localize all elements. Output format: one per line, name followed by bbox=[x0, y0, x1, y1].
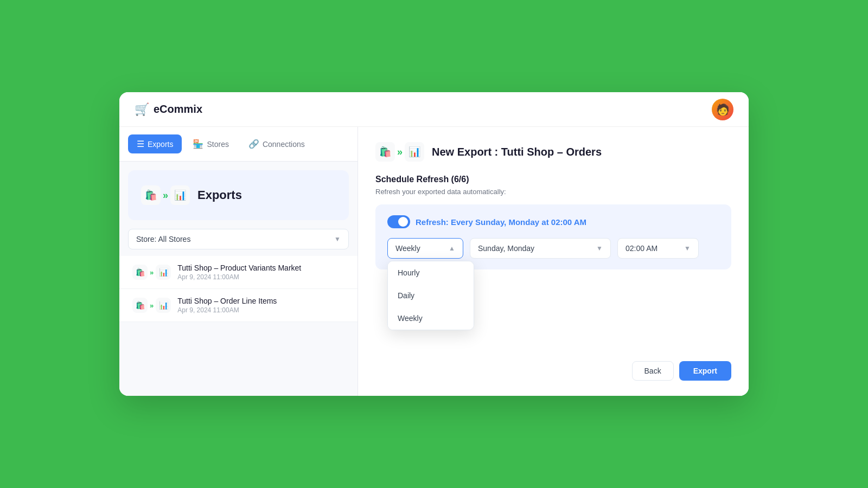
frequency-dropdown-menu: Hourly Daily Weekly bbox=[387, 261, 474, 330]
list-item[interactable]: 🛍️ » 📊 Tutti Shop – Order Line Items Apr… bbox=[119, 289, 358, 322]
tab-stores[interactable]: 🏪 Stores bbox=[184, 134, 237, 153]
schedule-box: Refresh: Every Sunday, Monday at 02:00 A… bbox=[375, 204, 731, 269]
export-button[interactable]: Export bbox=[679, 361, 731, 381]
sheets-icon: 📊 bbox=[170, 185, 190, 205]
actions-row: Back Export bbox=[375, 352, 731, 381]
days-value: Sunday, Monday bbox=[478, 244, 534, 253]
page-title: New Export : Tutti Shop – Orders bbox=[432, 146, 602, 158]
sidebar-hero: 🛍️ » 📊 Exports bbox=[128, 170, 349, 220]
shopify-icon: 🛍️ bbox=[141, 185, 161, 205]
tab-exports[interactable]: ☰ Exports bbox=[128, 134, 182, 153]
frequency-value: Weekly bbox=[395, 244, 420, 253]
export-item-date-1: Apr 9, 2024 11:00AM bbox=[177, 273, 301, 281]
main-arrow-icon: » bbox=[397, 146, 403, 158]
refresh-text: Refresh: Every Sunday, Monday at 02:00 A… bbox=[416, 217, 586, 227]
sheets-icon-item1: 📊 bbox=[156, 265, 171, 280]
section-title: Schedule Refresh (6/6) bbox=[375, 175, 731, 184]
export-item-title-1: Tutti Shop – Product Variants Market bbox=[177, 264, 301, 272]
refresh-toggle[interactable] bbox=[387, 215, 410, 228]
main-content: 🛍️ » 📊 New Export : Tutti Shop – Orders … bbox=[358, 127, 749, 396]
days-select[interactable]: Sunday, Monday ▼ bbox=[470, 238, 611, 259]
back-button[interactable]: Back bbox=[632, 361, 674, 381]
export-list: 🛍️ » 📊 Tutti Shop – Product Variants Mar… bbox=[119, 256, 358, 322]
main-sheets-icon: 📊 bbox=[405, 142, 424, 162]
dropdown-item-weekly[interactable]: Weekly bbox=[388, 307, 474, 330]
tab-exports-label: Exports bbox=[148, 140, 173, 149]
days-chevron-icon: ▼ bbox=[596, 245, 603, 252]
arrow-icon-item2: » bbox=[150, 301, 154, 310]
logo-icon: 🛒 bbox=[135, 102, 149, 117]
export-item-info-2: Tutti Shop – Order Line Items Apr 9, 202… bbox=[177, 297, 277, 314]
avatar[interactable]: 🧑 bbox=[712, 99, 733, 120]
header-icon-chain: 🛍️ » 📊 bbox=[375, 142, 424, 162]
time-value: 02:00 AM bbox=[626, 244, 658, 253]
shopify-icon-item2: 🛍️ bbox=[132, 298, 148, 313]
main-shopify-icon: 🛍️ bbox=[375, 142, 395, 162]
chevron-down-icon: ▼ bbox=[334, 235, 341, 243]
refresh-label-row: Refresh: Every Sunday, Monday at 02:00 A… bbox=[387, 215, 719, 228]
sheets-icon-item2: 📊 bbox=[156, 298, 171, 313]
nav-tabs: ☰ Exports 🏪 Stores 🔗 Connections bbox=[119, 127, 358, 162]
list-item[interactable]: 🛍️ » 📊 Tutti Shop – Product Variants Mar… bbox=[119, 256, 358, 289]
export-item-info-1: Tutti Shop – Product Variants Market Apr… bbox=[177, 264, 301, 281]
logo: 🛒 eCommix bbox=[135, 102, 202, 117]
exports-icon: ☰ bbox=[137, 139, 144, 149]
body: ☰ Exports 🏪 Stores 🔗 Connections 🛍️ » 📊 bbox=[119, 127, 749, 396]
header: 🛒 eCommix 🧑 bbox=[119, 92, 749, 127]
frequency-dropdown-wrapper: Weekly ▲ Hourly Daily Weekly bbox=[387, 238, 463, 259]
controls-row: Weekly ▲ Hourly Daily Weekly bbox=[387, 238, 719, 259]
export-item-date-2: Apr 9, 2024 11:00AM bbox=[177, 306, 277, 314]
stores-icon: 🏪 bbox=[193, 139, 203, 149]
section-subtitle: Refresh your exported data automatically… bbox=[375, 188, 731, 196]
frequency-chevron-icon: ▲ bbox=[449, 245, 455, 252]
arrow-icon-item1: » bbox=[150, 268, 154, 277]
icon-chain-item1: 🛍️ » 📊 bbox=[132, 265, 171, 280]
app-window: 🛒 eCommix 🧑 ☰ Exports 🏪 Stores 🔗 Connect… bbox=[119, 92, 749, 396]
sidebar: ☰ Exports 🏪 Stores 🔗 Connections 🛍️ » 📊 bbox=[119, 127, 358, 396]
time-chevron-icon: ▼ bbox=[684, 245, 691, 252]
dropdown-item-hourly[interactable]: Hourly bbox=[388, 261, 474, 284]
icon-chain-item2: 🛍️ » 📊 bbox=[132, 298, 171, 313]
arrow-right-icon: » bbox=[163, 190, 168, 201]
dropdown-item-daily[interactable]: Daily bbox=[388, 284, 474, 307]
connections-icon: 🔗 bbox=[248, 139, 259, 149]
sidebar-hero-title: Exports bbox=[197, 188, 242, 202]
icon-chain: 🛍️ » 📊 bbox=[141, 185, 190, 205]
main-header: 🛍️ » 📊 New Export : Tutti Shop – Orders bbox=[375, 142, 731, 162]
store-filter-label: Store: All Stores bbox=[136, 235, 190, 243]
app-name: eCommix bbox=[154, 103, 202, 115]
tab-stores-label: Stores bbox=[207, 140, 228, 149]
tab-connections-label: Connections bbox=[263, 140, 305, 149]
time-select[interactable]: 02:00 AM ▼ bbox=[617, 238, 699, 259]
frequency-select[interactable]: Weekly ▲ bbox=[387, 238, 463, 259]
store-filter[interactable]: Store: All Stores ▼ bbox=[128, 229, 349, 249]
schedule-section: Schedule Refresh (6/6) Refresh your expo… bbox=[375, 175, 731, 269]
export-item-title-2: Tutti Shop – Order Line Items bbox=[177, 297, 277, 305]
shopify-icon-item1: 🛍️ bbox=[132, 265, 148, 280]
tab-connections[interactable]: 🔗 Connections bbox=[240, 134, 314, 153]
